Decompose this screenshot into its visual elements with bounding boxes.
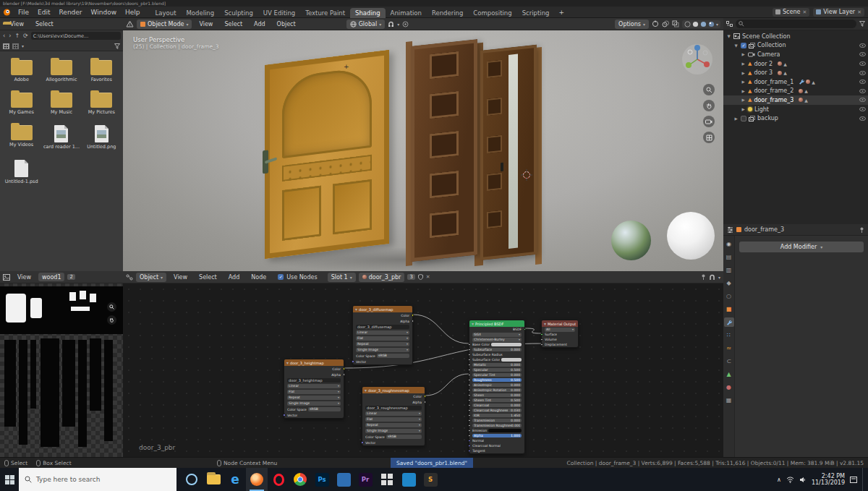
properties-tab-texture[interactable]: ▦ (724, 396, 734, 405)
outliner-filter-icon[interactable] (859, 21, 865, 27)
tab-uv-editing[interactable]: UV Editing (258, 8, 300, 18)
input-socket[interactable] (283, 414, 286, 417)
dropdown-field[interactable]: GGX▾ (472, 333, 522, 337)
material-badge-icon[interactable] (799, 89, 803, 93)
dropdown-field[interactable]: Repeat▾ (287, 396, 341, 400)
collection-checkbox[interactable]: ✓ (741, 43, 746, 48)
properties-tab-constraints[interactable]: ⊂ (724, 356, 734, 366)
menu-help[interactable]: Help (121, 9, 145, 16)
input-socket[interactable] (468, 379, 471, 382)
dropdown-field[interactable]: Single Image▾ (287, 401, 341, 406)
options-menu[interactable]: Options ▾ (615, 20, 649, 29)
dropdown-field[interactable]: Linear▾ (365, 411, 422, 416)
input-socket[interactable] (468, 384, 471, 387)
mesh-data-badge-icon[interactable]: ▲ (804, 98, 808, 103)
node-row[interactable]: Alpha (362, 399, 425, 405)
viewport-3d[interactable]: + User Perspective (25) | Collection | d… (123, 30, 723, 271)
outliner-row[interactable]: ▶▲door_frame_2▲ (723, 87, 868, 96)
node-row[interactable]: door_3_heightmap (284, 377, 344, 383)
dropdown-field[interactable]: Repeat▾ (356, 342, 409, 346)
node-output[interactable]: ▾Material OutputAll▾SurfaceVolumeDisplac… (541, 320, 579, 348)
outliner-row[interactable]: ▶Light (723, 105, 868, 114)
input-socket[interactable] (468, 440, 471, 443)
collection-checkbox[interactable] (741, 116, 746, 121)
input-socket[interactable] (540, 338, 543, 341)
node-header[interactable]: ▾Material Output (542, 320, 578, 327)
tab-rendering[interactable]: Rendering (427, 8, 468, 18)
taskbar-app-edge[interactable]: e (224, 468, 246, 491)
value-slider[interactable]: Sheen0.000 (472, 393, 522, 398)
input-socket[interactable] (468, 394, 471, 397)
file-item[interactable]: card reader 1... (41, 121, 81, 155)
node-header[interactable]: ▾door_3_diffusemap (353, 306, 412, 312)
node-row[interactable]: Christensen-Burley▾ (469, 337, 524, 342)
tab-compositing[interactable]: Compositing (468, 8, 516, 18)
value-slider[interactable]: Clearcoat Roughness0.030 (472, 409, 522, 413)
tab-texture-paint[interactable]: Texture Paint (300, 8, 350, 18)
properties-tab-world[interactable]: ○ (724, 291, 734, 301)
color-swatch[interactable] (488, 429, 522, 432)
tab-modeling[interactable]: Modeling (181, 8, 219, 18)
shader-editor-icon[interactable] (126, 274, 133, 281)
transform-orientation-selector[interactable]: Global ▾ (346, 20, 386, 29)
menu-render[interactable]: Render (55, 9, 87, 16)
node-row[interactable]: Displacement (542, 342, 578, 347)
scene-unlink-icon[interactable]: ✕ (802, 9, 807, 15)
image-name-field[interactable]: door_3_roughnessmap (365, 406, 422, 410)
node-row[interactable]: Single Image▾ (362, 428, 425, 434)
view-layer-selector[interactable]: View Layer ✕ (813, 8, 864, 17)
ortho-grid-icon[interactable] (703, 132, 715, 143)
input-socket[interactable] (468, 389, 471, 392)
modifier-badge-icon[interactable] (799, 79, 804, 85)
collapse-caret-icon[interactable]: ▾ (286, 360, 289, 365)
node-principled[interactable]: ▾Principled BSDFBSDFGGX▾Christensen-Burl… (469, 320, 525, 454)
tray-chevron-icon[interactable]: ∧ (777, 477, 781, 483)
hide-in-viewport-icon[interactable] (859, 89, 866, 93)
output-socket[interactable] (424, 395, 427, 398)
refresh-button[interactable]: ⟳ (22, 33, 29, 39)
collapse-caret-icon[interactable]: ▾ (355, 307, 357, 312)
dropdown-field[interactable]: Linear▾ (356, 330, 409, 335)
node-header[interactable]: ▾door_3_roughnessmap (362, 387, 425, 393)
viewport-menu-object[interactable]: Object (273, 21, 300, 27)
collapse-caret-icon[interactable]: ▾ (472, 321, 474, 326)
taskbar-app-app-blue[interactable] (333, 468, 354, 491)
expand-arrow-icon[interactable]: ▶ (741, 80, 746, 84)
scene-selector[interactable]: Scene ✕ (773, 8, 809, 17)
shader-snap-magnet-icon[interactable] (709, 274, 715, 281)
viewport-menu-add[interactable]: Add (250, 21, 270, 27)
properties-tab-object-data[interactable]: ▲ (724, 370, 734, 379)
node-row[interactable]: IOR1.450 (469, 413, 524, 418)
shader-menu-view[interactable]: View (169, 274, 192, 281)
node-row[interactable]: Subsurface Radius (469, 352, 524, 357)
node-tex_rough[interactable]: ▾door_3_roughnessmapColorAlphadoor_3_rou… (362, 386, 425, 446)
node-row[interactable]: Metallic0.000 (469, 362, 524, 367)
node-row[interactable]: Subsurface Color (469, 357, 524, 362)
input-socket[interactable] (468, 409, 471, 412)
hide-in-viewport-icon[interactable] (859, 107, 866, 111)
node-header[interactable]: ▾Principled BSDF (469, 320, 524, 327)
node-row[interactable]: Clearcoat0.000 (469, 403, 524, 408)
node-row[interactable]: Specular Tint0.000 (469, 372, 524, 377)
shader-type-selector[interactable]: Object▾ (136, 273, 166, 282)
node-tex_diffuse[interactable]: ▾door_3_diffusemapColorAlphadoor_3_diffu… (352, 305, 413, 365)
use-nodes-checkbox[interactable]: ✓ (278, 274, 284, 280)
taskbar-app-cortana[interactable] (181, 468, 203, 491)
tab-layout[interactable]: Layout (150, 8, 182, 18)
dropdown-field[interactable]: All▾ (545, 328, 575, 332)
taskbar-app-sublime[interactable]: S (420, 468, 441, 491)
taskbar-app-photoshop[interactable]: Ps (311, 468, 333, 491)
node-row[interactable]: Color (353, 312, 412, 318)
image-users-count[interactable]: 2 (67, 274, 75, 280)
color-space-field[interactable]: sRGB (386, 435, 422, 439)
taskbar-app-blender[interactable] (246, 468, 268, 491)
dropdown-field[interactable]: Flat▾ (365, 417, 422, 422)
input-socket[interactable] (352, 360, 354, 363)
hide-in-viewport-icon[interactable] (859, 98, 866, 102)
value-slider[interactable]: Subsurface0.000 (472, 348, 522, 352)
up-button[interactable]: ↑ (14, 33, 20, 39)
node-row[interactable]: Roughness0.500 (469, 377, 524, 383)
expand-arrow-icon[interactable]: ▶ (741, 61, 746, 66)
node-row[interactable]: Single Image▾ (284, 401, 344, 406)
node-row[interactable]: Flat▾ (353, 336, 412, 341)
